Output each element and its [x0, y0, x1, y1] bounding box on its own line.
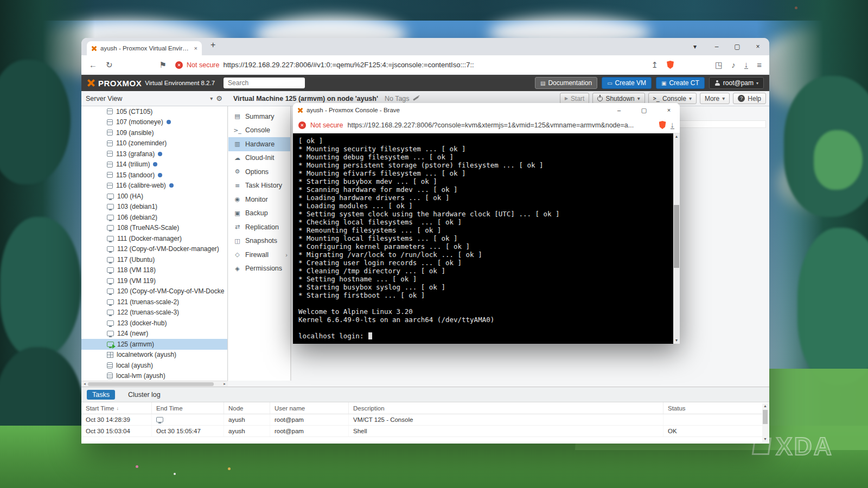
menu-item-console[interactable]: >_Console — [228, 124, 290, 138]
tree-item[interactable]: localnetwork (ayush) — [81, 350, 227, 361]
reload-icon[interactable]: ↻ — [106, 60, 113, 70]
tree-item[interactable]: 125 (armvm) — [81, 339, 227, 350]
tree-item[interactable]: 121 (truenas-scale-2) — [81, 297, 227, 307]
gear-icon[interactable]: ⚙ — [216, 94, 222, 102]
tree-item[interactable]: 111 (Docker-manager) — [81, 233, 227, 244]
task-cell: Oct 30 15:03:04 — [81, 426, 152, 436]
column-header-node[interactable]: Node — [224, 402, 270, 414]
download-icon[interactable]: ↓ — [744, 61, 749, 69]
tab-search-chevron-icon[interactable]: ▾ — [685, 38, 705, 55]
console-url-text[interactable]: https://192.168.29.227:8006/?console=kvm… — [347, 121, 654, 129]
column-header-description[interactable]: Description — [349, 402, 663, 414]
console-button[interactable]: >_ Console ▾ — [648, 93, 697, 104]
window-minimize-button[interactable]: – — [706, 38, 727, 55]
scroll-down-icon[interactable]: ▼ — [762, 436, 768, 442]
documentation-button[interactable]: ▤ Documentation — [535, 77, 597, 89]
terminal-output[interactable]: [ ok ]* Mounting security filesystem ...… — [293, 133, 673, 344]
column-header-start-time[interactable]: Start Time↓ — [81, 402, 152, 414]
menu-item-cloud-init[interactable]: ☁Cloud-Init — [228, 151, 290, 165]
share-icon[interactable]: ↥ — [651, 60, 658, 70]
tree-item[interactable]: 123 (docker-hub) — [81, 318, 227, 329]
task-row[interactable]: Oct 30 14:28:39ayushroot@pamVM/CT 125 - … — [81, 414, 769, 426]
tree-item[interactable]: 115 (tandoor) — [81, 170, 227, 181]
menu-item-snapshots[interactable]: ◫Snapshots — [228, 234, 290, 248]
search-input[interactable] — [224, 78, 305, 88]
tasks-scrollbar[interactable]: ▲ ▼ — [762, 403, 768, 442]
tree-item[interactable]: 114 (trilium) — [81, 159, 227, 170]
more-button[interactable]: More ▾ — [700, 93, 730, 104]
tree-item[interactable]: 105 (CT105) — [81, 106, 227, 117]
tree-item[interactable]: 100 (HA) — [81, 191, 227, 202]
tree-item[interactable]: 108 (TrueNAS-Scale) — [81, 223, 227, 234]
browser-tab[interactable]: ayush - Proxmox Virtual Environ... × — [87, 41, 202, 55]
menu-item-hardware[interactable]: ▥Hardware — [228, 137, 290, 151]
bookmark-icon[interactable]: ⚑ — [159, 60, 167, 70]
menu-icon[interactable]: ≡ — [757, 60, 762, 69]
tree-item[interactable]: 109 (ansible) — [81, 127, 227, 138]
tree-item[interactable]: 118 (VM 118) — [81, 265, 227, 276]
menu-item-permissions[interactable]: ◈Permissions — [228, 262, 290, 276]
scroll-thumb[interactable] — [763, 410, 768, 424]
new-tab-button[interactable]: + — [210, 40, 215, 50]
monitor-icon: ◉ — [233, 196, 241, 203]
menu-item-replication[interactable]: ⇄Replication — [228, 220, 290, 234]
window-minimize-button[interactable]: – — [608, 103, 630, 117]
brave-shield-icon[interactable] — [667, 61, 674, 69]
column-header-end-time[interactable]: End Time — [152, 402, 224, 414]
create-ct-button[interactable]: ▣ Create CT — [656, 77, 705, 89]
tree-item[interactable]: 112 (Copy-of-VM-Docker-manager) — [81, 244, 227, 255]
create-vm-button[interactable]: ▭ Create VM — [602, 77, 652, 89]
scroll-up-icon[interactable]: ▲ — [673, 133, 680, 140]
start-button[interactable]: ▶ Start — [560, 93, 590, 104]
menu-item-task-history[interactable]: ≡Task History — [228, 179, 290, 193]
tab-close-icon[interactable]: × — [194, 45, 197, 52]
tree-item[interactable]: 106 (debian2) — [81, 212, 227, 223]
menu-item-monitor[interactable]: ◉Monitor — [228, 192, 290, 207]
column-header-status[interactable]: Status — [663, 402, 769, 414]
tree-item[interactable]: 113 (grafana) — [81, 149, 227, 159]
help-button[interactable]: ? Help — [733, 93, 766, 104]
terminal-scrollbar[interactable]: ▲ ▼ — [673, 133, 680, 344]
menu-item-options[interactable]: ⚙Options — [228, 165, 290, 179]
tree-item[interactable]: 116 (calibre-web) — [81, 181, 227, 191]
tree-item[interactable]: 122 (truenas-scale-3) — [81, 307, 227, 318]
media-icon[interactable]: ♪ — [731, 60, 736, 69]
tab-tasks[interactable]: Tasks — [87, 390, 115, 400]
shutdown-button[interactable]: Shutdown ▾ — [592, 93, 644, 104]
window-maximize-button[interactable]: ▢ — [727, 38, 748, 55]
scroll-thumb[interactable] — [88, 382, 214, 386]
download-icon[interactable]: ↓ — [671, 121, 675, 129]
menu-item-firewall[interactable]: ◇Firewall› — [228, 248, 290, 262]
tree-item[interactable]: 103 (debian1) — [81, 202, 227, 213]
tree-item[interactable]: 110 (zoneminder) — [81, 138, 227, 149]
tab-cluster-log[interactable]: Cluster log — [123, 390, 166, 400]
tree-item[interactable]: 120 (Copy-of-VM-Copy-of-VM-Docke — [81, 286, 227, 297]
server-view-select[interactable]: Server View ▾ ⚙ — [81, 94, 228, 102]
tree-item[interactable]: 107 (motioneye) — [81, 117, 227, 128]
tree-item[interactable]: local (ayush) — [81, 360, 227, 371]
menu-item-summary[interactable]: ▤Summary — [228, 110, 290, 124]
column-header-user-name[interactable]: User name — [270, 402, 349, 414]
edit-tags-pencil-icon[interactable] — [413, 96, 419, 101]
scroll-left-icon[interactable]: ◂ — [81, 381, 88, 387]
console-title-bar[interactable]: ayush - Proxmox Console - Brave – ▢ × — [293, 103, 680, 117]
window-close-button[interactable]: × — [658, 103, 680, 117]
extensions-icon[interactable]: ◳ — [715, 60, 723, 70]
scroll-up-icon[interactable]: ▲ — [762, 403, 768, 409]
tree-item[interactable]: 124 (newr) — [81, 329, 227, 339]
user-menu-button[interactable]: root@pam ▾ — [709, 77, 764, 89]
tree-item[interactable]: 117 (Ubuntu) — [81, 254, 227, 265]
scroll-right-icon[interactable]: ▸ — [221, 381, 228, 387]
omnibox[interactable]: × Not secure https://192.168.29.227:8006… — [175, 61, 642, 69]
window-maximize-button[interactable]: ▢ — [633, 103, 655, 117]
scroll-down-icon[interactable]: ▼ — [673, 337, 680, 344]
window-close-button[interactable]: × — [748, 38, 768, 55]
task-row[interactable]: Oct 30 15:03:04Oct 30 15:05:47ayushroot@… — [81, 426, 769, 437]
menu-item-backup[interactable]: ▣Backup — [228, 207, 290, 221]
tree-horizontal-scrollbar[interactable]: ◂ ▸ — [81, 381, 228, 387]
tree-item[interactable]: 119 (VM 119) — [81, 275, 227, 286]
back-icon[interactable]: ← — [89, 60, 97, 69]
brave-shield-icon[interactable] — [659, 121, 666, 129]
tree-item[interactable]: local-lvm (ayush) — [81, 371, 227, 381]
scroll-thumb[interactable] — [674, 205, 679, 268]
